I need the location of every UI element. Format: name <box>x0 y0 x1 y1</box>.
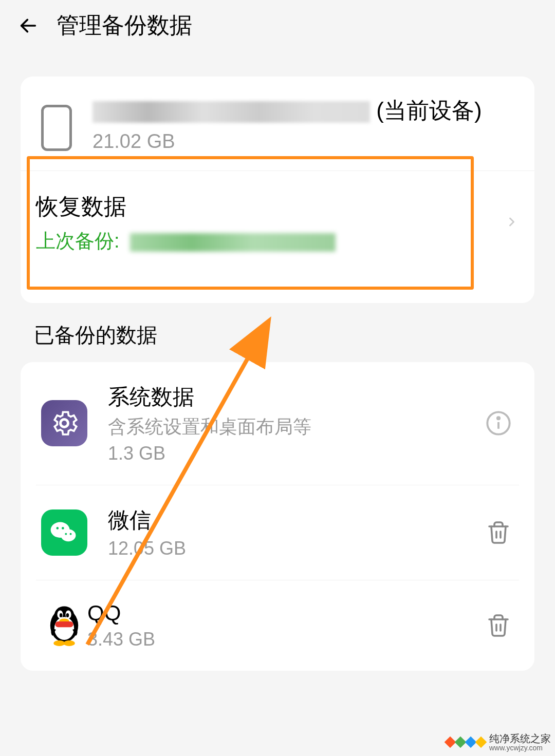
list-item-wechat[interactable]: 微信 12.05 GB <box>36 485 519 580</box>
chevron-right-icon <box>505 211 519 235</box>
restore-title: 恢复数据 <box>36 192 505 222</box>
device-row[interactable]: (当前设备) 21.02 GB <box>36 92 519 158</box>
page-title: 管理备份数据 <box>57 10 192 41</box>
svg-point-6 <box>56 527 59 530</box>
trash-icon <box>486 613 511 638</box>
svg-point-8 <box>65 533 67 535</box>
item-size: 12.05 GB <box>108 538 483 559</box>
svg-point-5 <box>61 529 76 541</box>
device-size: 21.02 GB <box>92 130 514 153</box>
list-item-system[interactable]: 系统数据 含系统设置和桌面布局等 1.3 GB <box>36 362 519 485</box>
watermark-url: www.ycwjzy.com <box>489 744 551 752</box>
redacted-backup-time <box>130 233 336 252</box>
svg-point-21 <box>53 640 65 646</box>
last-backup-label: 上次备份: <box>36 228 505 254</box>
delete-button[interactable] <box>483 610 514 641</box>
delete-button[interactable] <box>483 517 514 548</box>
item-desc: 含系统设置和桌面布局等 <box>108 414 483 440</box>
wechat-icon <box>41 509 87 556</box>
system-settings-icon <box>41 400 87 446</box>
back-button[interactable] <box>15 13 41 39</box>
back-arrow-icon <box>18 15 39 36</box>
qq-icon <box>41 602 87 649</box>
item-title: QQ <box>87 601 483 626</box>
svg-point-7 <box>62 527 64 530</box>
info-icon <box>485 410 512 437</box>
item-title: 微信 <box>108 506 483 535</box>
watermark: 纯净系统之家 www.ycwjzy.com <box>446 733 551 752</box>
svg-point-22 <box>63 640 75 646</box>
svg-point-3 <box>497 417 499 419</box>
trash-icon <box>486 520 511 545</box>
list-item-qq[interactable]: QQ 3.43 GB <box>36 580 519 671</box>
item-size: 3.43 GB <box>87 629 483 650</box>
header: 管理备份数据 <box>0 0 555 51</box>
phone-icon <box>41 105 72 151</box>
svg-point-17 <box>60 613 63 617</box>
device-card: (当前设备) 21.02 GB 恢复数据 上次备份: <box>21 77 534 303</box>
redacted-device-name <box>92 101 370 123</box>
restore-data-row[interactable]: 恢复数据 上次备份: <box>21 171 534 282</box>
watermark-name: 纯净系统之家 <box>489 733 551 744</box>
device-label-suffix: (当前设备) <box>376 98 482 123</box>
svg-rect-20 <box>55 621 73 627</box>
device-name: (当前设备) <box>92 94 514 126</box>
info-button[interactable] <box>483 408 514 439</box>
section-title: 已备份的数据 <box>0 318 555 362</box>
item-title: 系统数据 <box>108 383 483 411</box>
svg-point-18 <box>66 613 69 617</box>
backup-list: 系统数据 含系统设置和桌面布局等 1.3 GB 微信 12. <box>21 362 534 671</box>
item-size: 1.3 GB <box>108 443 483 464</box>
watermark-logo-icon <box>446 738 485 746</box>
svg-point-9 <box>70 533 72 535</box>
